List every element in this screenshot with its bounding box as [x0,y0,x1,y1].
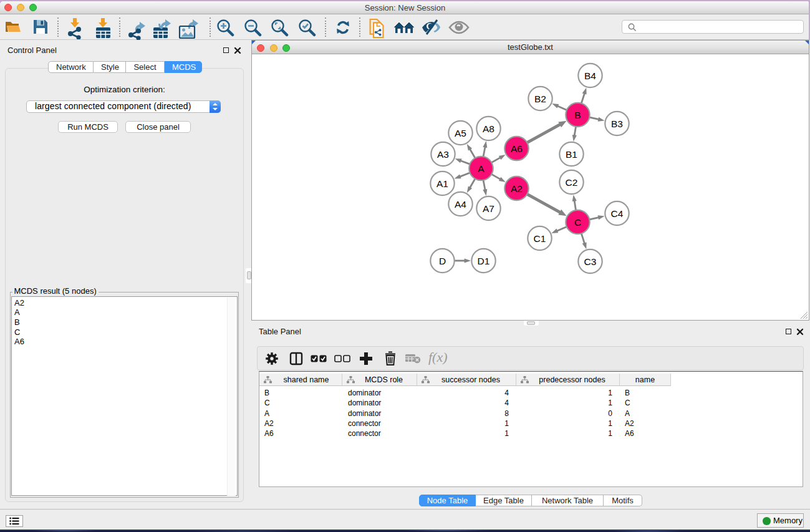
svg-text:C2: C2 [566,177,578,188]
svg-text:C: C [574,217,581,228]
svg-text:B1: B1 [566,149,577,160]
svg-text:A8: A8 [483,123,494,134]
svg-text:A: A [478,163,485,174]
svg-text:A1: A1 [436,178,448,189]
svg-text:B4: B4 [584,70,596,81]
svg-text:A3: A3 [437,149,449,160]
svg-text:D: D [439,256,446,266]
svg-text:A2: A2 [511,183,523,194]
svg-text:A4: A4 [455,199,466,210]
svg-text:C1: C1 [534,233,546,244]
svg-text:C4: C4 [611,208,624,219]
svg-text:B2: B2 [534,94,546,104]
svg-text:A5: A5 [455,128,466,138]
svg-text:B3: B3 [611,118,623,129]
svg-text:A6: A6 [511,143,523,154]
svg-text:A7: A7 [483,203,494,214]
svg-text:D1: D1 [478,256,490,266]
svg-text:C3: C3 [584,256,597,267]
svg-text:B: B [574,110,581,120]
